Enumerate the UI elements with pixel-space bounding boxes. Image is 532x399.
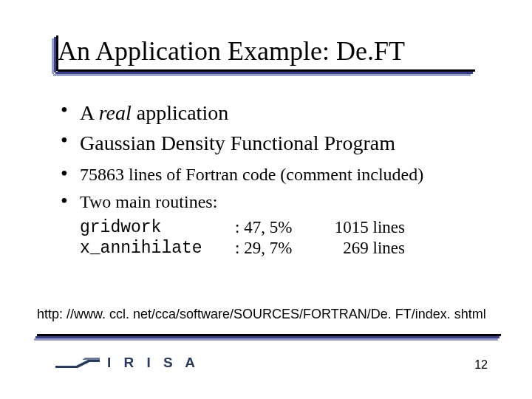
footer-logo: I R I S A [55,355,200,371]
svg-marker-1 [82,358,100,360]
bullet-text: Gaussian Density Functional Program [80,132,395,154]
routine-pct: : 47, 5% [235,218,316,237]
routines-block: gridwork : 47, 5% 1015 lines x_annihilat… [80,218,497,258]
bullet-text: A [80,101,99,124]
routine-row: gridwork : 47, 5% 1015 lines [80,218,497,237]
bottom-accent-line [34,334,498,341]
routine-name: x_annihilate [80,239,235,258]
svg-marker-0 [55,360,100,368]
bullet-text: Two main routines: [80,192,217,211]
bullet-text: application [132,101,228,124]
slide-body: A real application Gaussian Density Func… [61,100,497,259]
routine-name: gridwork [80,218,235,237]
bullet-item: Two main routines: [61,191,497,214]
source-url: http: //www. ccl. net/cca/software/SOURC… [37,307,486,322]
routine-pct: : 29, 7% [235,239,316,258]
bullet-text-italic: real [99,101,132,124]
bullet-item: Gaussian Density Functional Program [61,130,497,156]
slide-title: An Application Example: De.FT [58,37,494,66]
bullet-text: 75863 lines of Fortran code (comment inc… [80,165,423,184]
logo-mark-icon [55,355,100,370]
routine-lines: 269 lines [316,239,405,258]
bullet-item: A real application [61,100,497,126]
routine-row: x_annihilate : 29, 7% 269 lines [80,239,497,258]
bullet-item: 75863 lines of Fortran code (comment inc… [61,163,497,186]
logo-text: I R I S A [107,355,200,371]
title-underline [58,69,494,77]
slide: An Application Example: De.FT A real app… [0,0,532,399]
routine-lines: 1015 lines [316,218,405,237]
title-block: An Application Example: De.FT [58,37,494,77]
page-number: 12 [474,358,488,372]
